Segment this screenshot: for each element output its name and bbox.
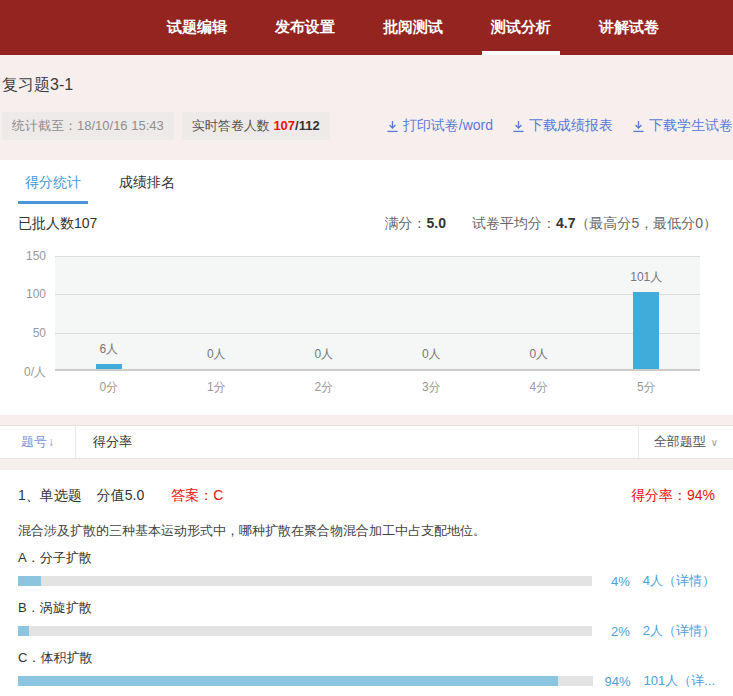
download-student-papers-link[interactable]: 下载学生试卷 (632, 117, 733, 135)
option-distribution-track (18, 576, 592, 586)
page-header: 复习题3-1 统计截至：18/10/16 15:43 实时答卷人数 107/11… (0, 55, 733, 140)
x-axis-label: 1分 (207, 379, 226, 396)
nav-tab-test-analysis[interactable]: 测试分析 (482, 0, 560, 55)
sort-by-question-number[interactable]: 题号↓ (0, 426, 76, 458)
option-distribution-fill (18, 626, 29, 636)
answer-option: A．分子扩散4%4人（详情） (18, 549, 715, 590)
option-distribution-fill (18, 676, 558, 686)
link-label: 下载成绩报表 (529, 117, 613, 135)
y-axis-tick: 50 (0, 326, 46, 340)
bar-value-label: 0人 (422, 346, 441, 363)
respondents-current: 107 (273, 118, 295, 133)
answer-options: A．分子扩散4%4人（详情）B．涡旋扩散2%2人（详情）C．体积扩散94%101… (18, 549, 715, 696)
stats-row: 统计截至：18/10/16 15:43 实时答卷人数 107/112 打印试卷/… (2, 112, 733, 140)
download-icon (512, 120, 525, 133)
sort-descending-icon: ↓ (48, 435, 54, 449)
download-score-report-link[interactable]: 下载成绩报表 (512, 117, 613, 135)
summary-row: 已批人数107 满分：5.0试卷平均分：4.7（最高分5，最低分0） (0, 204, 733, 233)
question-answer: 答案：C (171, 487, 223, 505)
answer-option: C．体积扩散94%101人（详... (18, 649, 715, 690)
respondents-count: 实时答卷人数 107/112 (182, 112, 330, 140)
x-axis-label: 4分 (529, 379, 548, 396)
bar-value-label: 0人 (529, 346, 548, 363)
option-label: B．涡旋扩散 (18, 599, 715, 617)
score-distribution-chart: 6人0分0人1分0人2分0人3分0人4分101人5分 0/人50100150 (0, 246, 733, 404)
top-navigation: 试题编辑发布设置批阅测试测试分析讲解试卷 (0, 0, 733, 55)
x-axis-label: 5分 (637, 379, 656, 396)
link-label: 下载学生试卷 (649, 117, 733, 135)
option-detail-link[interactable]: 2人（详情） (643, 622, 715, 640)
nav-tab-question-edit[interactable]: 试题编辑 (158, 0, 236, 55)
option-percent: 2% (598, 624, 630, 639)
question-number-type: 1、单选题 (18, 487, 82, 505)
chevron-down-icon: ∨ (711, 437, 718, 448)
question-score-rate: 得分率：94% (631, 487, 715, 505)
nav-tab-publish-settings[interactable]: 发布设置 (266, 0, 344, 55)
score-summary: 满分：5.0试卷平均分：4.7（最高分5，最低分0） (384, 215, 717, 233)
option-distribution-fill (18, 576, 41, 586)
option-detail-link[interactable]: 4人（详情） (643, 572, 715, 590)
option-percent: 94% (599, 674, 631, 689)
full-score-value: 5.0 (426, 215, 445, 231)
respondents-total: /112 (295, 118, 320, 133)
bar-value-label: 0人 (207, 346, 226, 363)
score-rate-column-header: 得分率 (76, 426, 638, 458)
option-bar-row: 2%2人（详情） (18, 622, 715, 640)
option-label: A．分子扩散 (18, 549, 715, 567)
tab-score-stats[interactable]: 得分统计 (18, 174, 88, 204)
nav-tab-review-test[interactable]: 批阅测试 (374, 0, 452, 55)
question-text: 混合涉及扩散的三种基本运动形式中，哪种扩散在聚合物混合加工中占支配地位。 (18, 522, 715, 540)
option-bar-row: 94%101人（详... (18, 672, 715, 690)
chart-gridline (55, 333, 700, 334)
bar-value-label: 101人 (630, 269, 662, 286)
option-detail-link[interactable]: 101人（详... (643, 672, 715, 690)
question-detail-panel: 1、单选题 分值5.0 答案：C 得分率：94% 混合涉及扩散的三种基本运动形式… (0, 470, 733, 696)
question-type-label: 全部题型 (654, 433, 706, 451)
tab-score-ranking[interactable]: 成绩排名 (112, 174, 182, 204)
average-value: 4.7 (556, 215, 575, 231)
question-filter-bar: 题号↓ 得分率 全部题型∨ (0, 425, 733, 459)
print-paper-word-link[interactable]: 打印试卷/word (386, 117, 493, 135)
chart-bar (96, 364, 122, 369)
y-axis-tick: 0/人 (0, 364, 46, 381)
chart-bar (633, 292, 659, 369)
question-score: 分值5.0 (97, 487, 144, 505)
x-axis-label: 0分 (99, 379, 118, 396)
x-axis-label: 3分 (422, 379, 441, 396)
nav-tabs: 试题编辑发布设置批阅测试测试分析讲解试卷 (158, 0, 698, 55)
question-header: 1、单选题 分值5.0 答案：C 得分率：94% (18, 487, 715, 505)
option-bar-row: 4%4人（详情） (18, 572, 715, 590)
option-distribution-track (18, 626, 592, 636)
download-icon (632, 120, 645, 133)
bar-value-label: 6人 (99, 341, 118, 358)
y-axis-tick: 150 (0, 249, 46, 263)
average-label: 试卷平均分： (472, 215, 556, 231)
link-label: 打印试卷/word (403, 117, 493, 135)
option-percent: 4% (598, 574, 630, 589)
graded-count: 已批人数107 (18, 215, 97, 233)
chart-gridline (55, 294, 700, 295)
sort-label: 题号 (21, 433, 47, 451)
chart-gridline (55, 256, 700, 257)
bar-value-label: 0人 (314, 346, 333, 363)
header-links: 打印试卷/word下载成绩报表下载学生试卷 (367, 117, 733, 135)
y-axis-tick: 100 (0, 287, 46, 301)
x-axis-label: 2分 (314, 379, 333, 396)
panel-tabs: 得分统计 成绩排名 (0, 160, 733, 204)
answer-option: B．涡旋扩散2%2人（详情） (18, 599, 715, 640)
page-title: 复习题3-1 (2, 75, 733, 96)
average-note: （最高分5，最低分0） (575, 215, 717, 231)
chart-plot-area: 6人0分0人1分0人2分0人3分0人4分101人5分 (55, 256, 700, 371)
question-type-filter[interactable]: 全部题型∨ (638, 426, 733, 458)
stats-deadline: 统计截至：18/10/16 15:43 (2, 112, 174, 140)
download-icon (386, 120, 399, 133)
option-label: C．体积扩散 (18, 649, 715, 667)
score-statistics-panel: 得分统计 成绩排名 已批人数107 满分：5.0试卷平均分：4.7（最高分5，最… (0, 160, 733, 415)
option-distribution-track (18, 676, 593, 686)
respondents-label: 实时答卷人数 (192, 118, 274, 133)
nav-tab-explain-paper[interactable]: 讲解试卷 (590, 0, 668, 55)
full-score-label: 满分： (384, 215, 426, 231)
